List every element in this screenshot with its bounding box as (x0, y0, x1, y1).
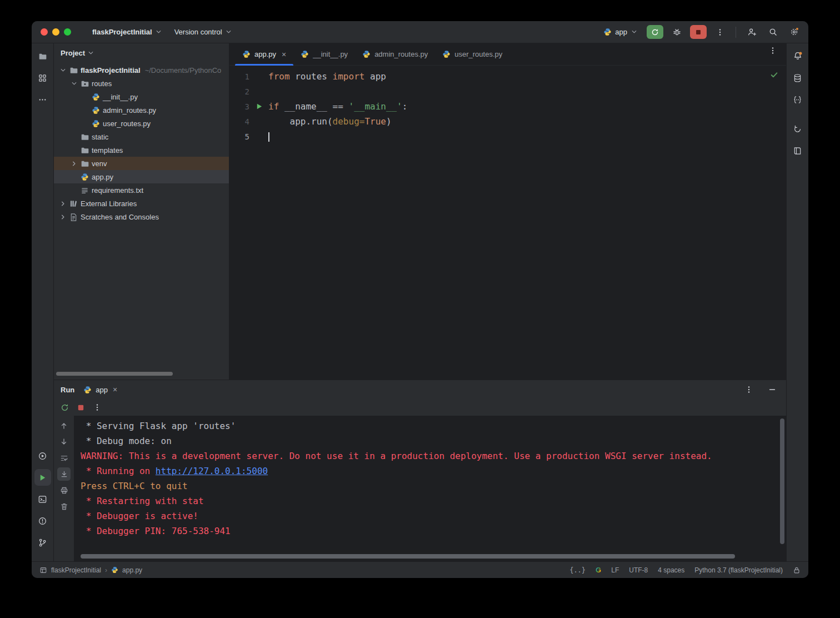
console-left-toolbar (54, 416, 74, 561)
version-control-icon[interactable] (34, 534, 51, 551)
python-icon (83, 386, 92, 394)
close-window-button[interactable] (41, 28, 48, 36)
code-editor[interactable]: 1from routes import app23if __name__ == … (229, 66, 786, 380)
more-icon[interactable] (34, 91, 51, 108)
code-style-widget[interactable]: {..} (569, 566, 586, 574)
documentation-icon[interactable] (789, 142, 806, 159)
tree-item-flaskprojectinitial[interactable]: flaskProjectInitial~/Documents/PythonCo (54, 63, 229, 77)
console-line-8: * Debugger PIN: 765-538-941 (81, 524, 777, 539)
user-plus-icon (747, 27, 757, 37)
kebab-icon[interactable] (93, 403, 102, 412)
run-line-icon[interactable] (252, 103, 266, 110)
close-icon[interactable]: × (113, 385, 117, 394)
console-vscrollbar-thumb[interactable] (780, 418, 784, 544)
indent-widget[interactable]: 4 spaces (658, 566, 684, 574)
chevron-down-icon[interactable] (69, 80, 79, 87)
editor-tab-app-py[interactable]: app.py× (235, 43, 293, 65)
stop-button[interactable] (690, 25, 707, 39)
right-activity-bar (786, 43, 808, 561)
lock-icon[interactable] (793, 566, 801, 574)
chevron-right-icon[interactable] (69, 160, 79, 167)
soft-wrap-icon[interactable] (57, 451, 71, 465)
tree-item-static[interactable]: static (54, 130, 229, 143)
tab-options-button[interactable] (765, 43, 781, 58)
print-icon[interactable] (57, 484, 71, 497)
inspections-ok-icon[interactable] (770, 71, 778, 79)
minimize-window-button[interactable] (52, 28, 59, 36)
clear-console-icon[interactable] (57, 500, 71, 513)
python-icon (301, 50, 309, 58)
version-control-menu[interactable]: Version control (170, 26, 237, 38)
editor-tab-admin-routes-py[interactable]: admin_routes.py (355, 43, 435, 65)
package-icon (79, 79, 90, 88)
ai-assistant-icon[interactable] (789, 91, 806, 108)
sync-icon[interactable] (789, 121, 806, 137)
services-icon[interactable] (34, 447, 51, 464)
tree-item-routes[interactable]: routes (54, 77, 229, 90)
close-icon[interactable]: × (282, 50, 286, 59)
scroll-to-end-icon[interactable] (57, 467, 71, 481)
run-console[interactable]: * Serving Flask app 'routes' * Debug mod… (74, 416, 786, 561)
up-stack-trace-icon[interactable] (57, 419, 71, 432)
rerun-icon[interactable] (61, 403, 69, 412)
chevron-right-icon[interactable] (58, 200, 68, 207)
tree-item-requirements-txt[interactable]: requirements.txt (54, 183, 229, 197)
structure-icon[interactable] (34, 69, 51, 86)
breadcrumb-file[interactable]: app.py (122, 566, 142, 574)
bug-icon (672, 27, 682, 37)
project-menu[interactable]: flaskProjectInitial (88, 26, 167, 38)
tree-item-venv[interactable]: venv (54, 157, 229, 170)
chevron-right-icon[interactable] (58, 213, 68, 221)
encoding-widget[interactable]: UTF-8 (629, 566, 648, 574)
run-icon[interactable] (34, 469, 51, 486)
more-actions-button[interactable] (712, 25, 728, 39)
down-stack-trace-icon[interactable] (57, 435, 71, 448)
run-panel-options-button[interactable] (742, 383, 756, 396)
zoom-window-button[interactable] (64, 28, 71, 36)
notifications-icon[interactable] (789, 48, 806, 64)
folder-icon (79, 160, 90, 168)
run-panel-header: Run app × (54, 380, 786, 399)
tree-item-scratches-and-consoles[interactable]: Scratches and Consoles (54, 210, 229, 223)
search-everywhere-button[interactable] (765, 25, 781, 39)
project-panel-header[interactable]: Project (54, 43, 229, 62)
minimize-icon (768, 386, 776, 393)
code-line-4[interactable]: 4 app.run(debug=True) (229, 114, 786, 129)
code-line-2[interactable]: 2 (229, 84, 786, 99)
stop-icon[interactable] (77, 403, 85, 412)
editor-tab-init-py[interactable]: __init__.py (293, 43, 355, 65)
tree-item-external-libraries[interactable]: External Libraries (54, 197, 229, 210)
code-with-me-button[interactable] (744, 25, 759, 39)
chevron-down-icon[interactable] (58, 67, 68, 74)
server-url-link[interactable]: http://127.0.0.1:5000 (156, 466, 268, 476)
code-line-5[interactable]: 5 (229, 129, 786, 144)
editor-tab-user-routes-py[interactable]: user_routes.py (435, 43, 509, 65)
code-line-3[interactable]: 3if __name__ == '__main__': (229, 99, 786, 114)
debug-button[interactable] (669, 25, 684, 39)
tree-item-admin-routes-py[interactable]: admin_routes.py (54, 103, 229, 117)
run-tab-app[interactable]: app × (83, 380, 117, 399)
database-icon[interactable] (789, 69, 806, 86)
breadcrumb-project[interactable]: flaskProjectInitial (51, 566, 101, 574)
console-hscrollbar-thumb[interactable] (81, 554, 735, 559)
hide-panel-button[interactable] (765, 383, 779, 396)
project-icon[interactable] (34, 48, 51, 64)
g-plugin-icon[interactable]: G (596, 566, 601, 574)
terminal-icon[interactable] (34, 491, 51, 507)
titlebar: flaskProjectInitial Version control app (32, 21, 808, 43)
line-separator-widget[interactable]: LF (611, 566, 619, 574)
tree-item-app-py[interactable]: app.py (54, 170, 229, 183)
problems-icon[interactable] (34, 512, 51, 529)
run-panel-title[interactable]: Run (61, 386, 74, 394)
project-hscrollbar-thumb[interactable] (56, 372, 173, 376)
settings-button[interactable] (786, 25, 802, 39)
interpreter-widget[interactable]: Python 3.7 (flaskProjectInitial) (694, 566, 783, 574)
tree-item-templates[interactable]: templates (54, 143, 229, 157)
rerun-button[interactable] (647, 25, 663, 39)
code-line-1[interactable]: 1from routes import app (229, 69, 786, 84)
run-configuration-selector[interactable]: app (600, 26, 641, 38)
left-activity-bar (32, 43, 54, 561)
tree-item-user-routes-py[interactable]: user_routes.py (54, 117, 229, 130)
python-icon (442, 50, 451, 58)
tree-item-init-py[interactable]: __init__.py (54, 90, 229, 103)
